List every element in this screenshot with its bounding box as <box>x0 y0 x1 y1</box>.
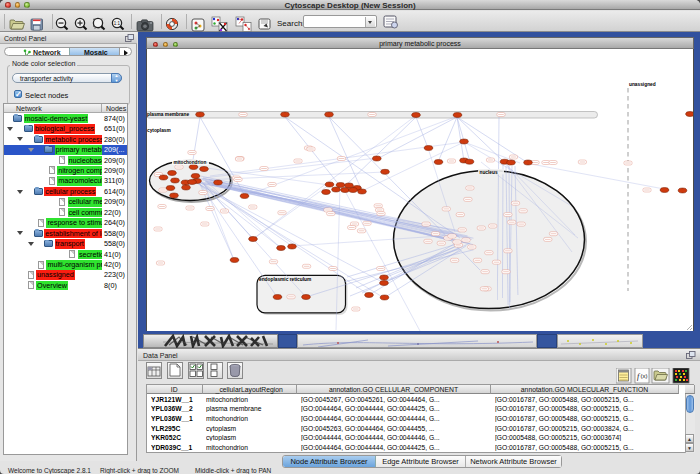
svg-text:Search:: Search: <box>277 19 305 28</box>
svg-text:plasma membrane: plasma membrane <box>147 112 189 117</box>
svg-text:nucleus: nucleus <box>480 170 498 175</box>
svg-text:1:1: 1:1 <box>114 21 121 26</box>
svg-text:endoplasmic reticulum: endoplasmic reticulum <box>259 277 311 282</box>
svg-text:(x): (x) <box>641 373 648 379</box>
svg-text:cytoplasm: cytoplasm <box>147 128 171 133</box>
svg-text:unassigned: unassigned <box>629 82 656 87</box>
svg-text:mitochondrion: mitochondrion <box>174 160 207 165</box>
